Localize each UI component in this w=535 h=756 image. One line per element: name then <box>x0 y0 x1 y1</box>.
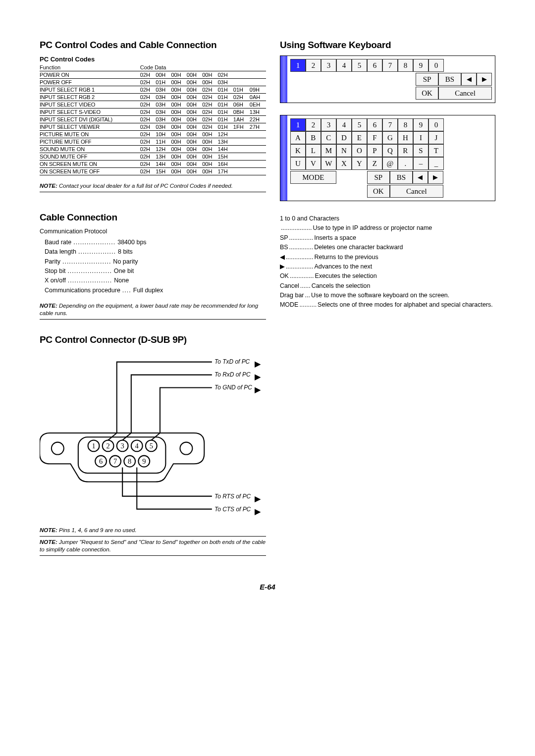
code-byte: 01H <box>233 86 250 94</box>
note-baud: NOTE: Depending on the equipment, a lowe… <box>40 302 266 320</box>
keydesc-row: .................. Use to type in IP add… <box>280 223 495 233</box>
keyboard-key[interactable]: 3 <box>321 118 336 131</box>
keyboard-key[interactable]: 5 <box>352 59 367 72</box>
label-rxd: To RxD of PC <box>214 371 251 378</box>
keyboard-key[interactable]: 7 <box>382 59 398 72</box>
keyboard-key[interactable]: X <box>336 157 352 170</box>
keyboard-key[interactable]: O <box>352 144 367 157</box>
keyboard-key[interactable]: E <box>352 131 367 144</box>
keyboard-key[interactable]: B <box>306 131 321 144</box>
keyboard-key[interactable]: W <box>321 157 336 170</box>
keyboard-key[interactable]: D <box>336 131 352 144</box>
keyboard-key[interactable]: 3 <box>321 59 336 72</box>
keyboard-key[interactable]: 4 <box>336 118 352 131</box>
code-byte <box>233 138 250 146</box>
keyboard-key[interactable]: 4 <box>336 59 352 72</box>
note-codes: NOTE: Contact your local dealer for a fu… <box>40 182 266 192</box>
keyboard-key[interactable]: M <box>321 144 336 157</box>
key-cancel[interactable]: Cancel <box>438 87 492 100</box>
keyboard-key[interactable]: 8 <box>398 118 413 131</box>
key-cancel[interactable]: Cancel <box>390 185 443 198</box>
keyboard-key[interactable]: 0 <box>428 59 444 72</box>
software-keyboard-numeric: 1234567890 SP BS ◀ ▶ OK Cancel <box>280 55 495 103</box>
code-function: INPUT SELECT VIEWER <box>40 123 140 131</box>
keyboard-key[interactable]: 6 <box>367 59 382 72</box>
keyboard-key[interactable]: _ <box>428 157 444 170</box>
code-byte: 15H <box>156 168 171 175</box>
keyboard-key[interactable]: L <box>306 144 321 157</box>
code-byte: 09H <box>250 86 266 94</box>
code-function: PICTURE MUTE ON <box>40 131 140 138</box>
code-byte: 02H <box>140 79 156 86</box>
key-right[interactable]: ▶ <box>428 171 443 184</box>
code-byte: 02H <box>202 108 217 116</box>
keyboard-key[interactable]: 2 <box>306 59 321 72</box>
code-byte: 00H <box>202 146 217 153</box>
key-bs[interactable]: BS <box>438 73 461 86</box>
comm-row: Communications procedure .... Full duple… <box>40 286 266 295</box>
code-byte: 00H <box>187 71 202 79</box>
code-byte <box>250 153 266 161</box>
note-jumper: NOTE: Jumper "Request to Send" and "Clea… <box>40 539 266 556</box>
key-mode[interactable]: MODE <box>290 171 336 184</box>
keyboard-key[interactable]: V <box>306 157 321 170</box>
keyboard-key[interactable]: 1 <box>290 59 306 72</box>
svg-text:6: 6 <box>99 457 103 465</box>
keyboard-key[interactable]: K <box>290 144 306 157</box>
keyboard-key[interactable]: G <box>382 131 398 144</box>
keyboard-key[interactable]: 0 <box>428 118 444 131</box>
key-bs[interactable]: BS <box>390 171 413 184</box>
code-byte: 00H <box>171 131 186 138</box>
code-byte: 12H <box>156 146 171 153</box>
keyboard-key[interactable]: U <box>290 157 306 170</box>
label-cts: To CTS of PC <box>214 506 251 513</box>
key-sp[interactable]: SP <box>367 171 390 184</box>
key-ok[interactable]: OK <box>416 87 438 100</box>
keyboard-key[interactable]: N <box>336 144 352 157</box>
code-byte: 03H <box>156 116 171 123</box>
keyboard-key[interactable]: @ <box>382 157 398 170</box>
code-byte: 00H <box>171 71 186 79</box>
code-byte <box>233 71 250 79</box>
keyboard-key[interactable]: J <box>428 131 444 144</box>
key-left[interactable]: ◀ <box>461 73 477 86</box>
drag-bar[interactable] <box>280 56 287 103</box>
keyboard-key[interactable]: P <box>367 144 382 157</box>
keyboard-key[interactable]: F <box>367 131 382 144</box>
keyboard-key[interactable]: C <box>321 131 336 144</box>
keyboard-key[interactable]: – <box>413 157 428 170</box>
keyboard-key[interactable]: 9 <box>413 59 428 72</box>
keyboard-key[interactable]: H <box>398 131 413 144</box>
codes-header-codedata: Code Data <box>140 64 266 71</box>
software-keyboard-alpha: 1234567890 ABCDEFGHIJ KLMNOPQRST UVWXYZ@… <box>280 115 495 201</box>
keyboard-key[interactable]: 9 <box>413 118 428 131</box>
keyboard-key[interactable]: 6 <box>367 118 382 131</box>
title-connector: PC Control Connector (D-SUB 9P) <box>40 334 266 345</box>
key-left[interactable]: ◀ <box>413 171 428 184</box>
keyboard-key[interactable]: I <box>413 131 428 144</box>
keyboard-key[interactable]: Z <box>367 157 382 170</box>
keyboard-key[interactable]: Q <box>382 144 398 157</box>
keyboard-key[interactable]: 2 <box>306 118 321 131</box>
key-ok[interactable]: OK <box>367 185 390 198</box>
drag-bar[interactable] <box>280 115 287 201</box>
svg-text:8: 8 <box>128 457 131 465</box>
code-byte: 22H <box>250 116 266 123</box>
keyboard-key[interactable]: T <box>428 144 444 157</box>
comm-row: Stop bit .................... One bit <box>40 267 266 276</box>
code-byte: 00H <box>187 123 202 131</box>
keyboard-key[interactable]: . <box>398 157 413 170</box>
codes-table: Function Code Data POWER ON02H00H00H00H0… <box>40 64 266 175</box>
keyboard-key[interactable]: Y <box>352 157 367 170</box>
key-right[interactable]: ▶ <box>477 73 492 86</box>
keyboard-key[interactable]: S <box>413 144 428 157</box>
keyboard-key[interactable]: A <box>290 131 306 144</box>
communication-protocol-table: Baud rate ................... 38400 bpsD… <box>40 238 266 295</box>
keyboard-key[interactable]: 5 <box>352 118 367 131</box>
keyboard-key[interactable]: 7 <box>382 118 398 131</box>
keyboard-key[interactable]: 1 <box>290 118 306 131</box>
key-sp[interactable]: SP <box>416 73 438 86</box>
code-function: INPUT SELECT DVI (DIGITAL) <box>40 116 140 123</box>
keyboard-key[interactable]: 8 <box>398 59 413 72</box>
keyboard-key[interactable]: R <box>398 144 413 157</box>
